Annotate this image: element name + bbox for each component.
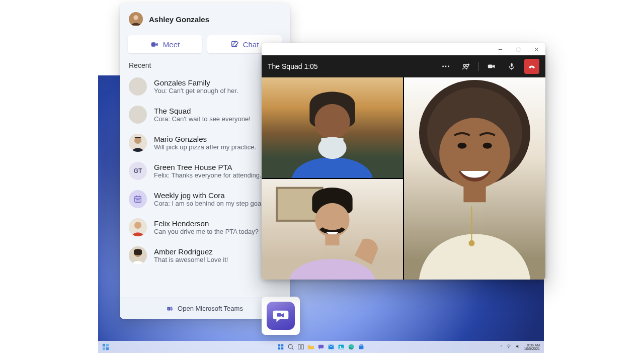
tray-wifi-icon[interactable] (506, 344, 511, 350)
meet-button-label: Meet (163, 40, 180, 49)
svg-rect-64 (463, 185, 486, 202)
video-tile[interactable] (262, 77, 403, 178)
svg-point-52 (314, 104, 350, 139)
svg-point-45 (448, 66, 449, 67)
current-user-avatar[interactable] (129, 12, 143, 26)
video-icon (150, 40, 159, 49)
svg-point-32 (134, 222, 141, 229)
meet-button[interactable]: Meet (128, 35, 202, 53)
svg-rect-10 (298, 345, 300, 349)
chat-title: Gonzales Family (154, 78, 238, 87)
svg-rect-40 (517, 48, 520, 51)
svg-rect-6 (278, 347, 280, 349)
start-icon[interactable] (277, 343, 284, 350)
svg-rect-12 (318, 345, 324, 348)
search-icon[interactable] (287, 343, 294, 350)
person-avatar-icon (129, 218, 147, 236)
widgets-icon[interactable] (102, 343, 109, 350)
tray-chevron-icon[interactable]: ˄ (500, 345, 502, 349)
svg-rect-0 (103, 344, 105, 346)
chat-title: Weekly jog with Cora (154, 191, 268, 200)
svg-rect-3 (106, 347, 109, 350)
chat-button-label: Chat (243, 40, 259, 49)
calendar-avatar-icon (129, 190, 147, 208)
video-grid (262, 77, 545, 280)
svg-point-8 (288, 344, 292, 348)
chat-launcher-icon (267, 302, 295, 330)
svg-point-15 (340, 346, 341, 347)
chat-title: The Squad (154, 107, 251, 115)
person-avatar-icon (129, 134, 147, 152)
video-tile[interactable] (262, 179, 403, 280)
tray-volume-icon[interactable] (515, 344, 520, 350)
svg-point-37 (171, 306, 172, 308)
teams-icon: T (167, 305, 174, 312)
mail-icon[interactable] (328, 343, 335, 350)
svg-point-44 (445, 66, 447, 67)
chat-title: Amber Rodriguez (154, 247, 228, 256)
svg-line-9 (292, 348, 293, 349)
svg-point-43 (442, 66, 444, 67)
svg-rect-51 (511, 63, 513, 67)
task-view-icon[interactable] (297, 343, 304, 350)
chat-preview: Cora: Can't wait to see everyone! (154, 115, 251, 123)
chat-title: Green Tree House PTA (154, 163, 262, 171)
chat-preview: Can you drive me to the PTA today? (154, 228, 259, 235)
video-tile[interactable] (404, 77, 545, 280)
svg-rect-38 (277, 313, 281, 317)
svg-rect-55 (321, 138, 343, 149)
chat-title: Felix Henderson (154, 219, 259, 228)
svg-rect-7 (281, 347, 283, 349)
initials-avatar-icon: GT (129, 162, 147, 180)
chat-preview: That is awesome! Love it! (154, 256, 228, 263)
call-window: The Squad 1:05 (262, 43, 545, 280)
maximize-button[interactable] (509, 43, 527, 55)
edge-icon[interactable] (348, 343, 355, 350)
call-title: The Squad 1:05 (268, 62, 433, 70)
call-toolbar: The Squad 1:05 (262, 55, 545, 77)
panel-header: Ashley Gonzales (120, 3, 290, 31)
more-button[interactable] (438, 59, 453, 74)
svg-rect-5 (281, 344, 283, 346)
taskbar[interactable]: ˄ 8:36 AM 10/5/2021 (98, 341, 544, 353)
minimize-button[interactable] (491, 43, 509, 55)
chat-launcher[interactable] (262, 297, 300, 335)
hangup-button[interactable] (524, 59, 539, 74)
group-avatar-icon (129, 77, 147, 96)
svg-rect-4 (278, 344, 280, 346)
mic-button[interactable] (504, 59, 519, 74)
store-icon[interactable] (358, 343, 365, 350)
chat-preview: You: Can't get enough of her. (154, 87, 238, 95)
svg-rect-17 (359, 345, 364, 349)
svg-point-62 (457, 143, 466, 149)
current-user-name: Ashley Gonzales (149, 15, 209, 24)
compose-icon (230, 40, 239, 49)
svg-point-18 (508, 347, 509, 348)
svg-rect-1 (106, 344, 109, 346)
people-button[interactable] (458, 59, 473, 74)
camera-button[interactable] (484, 59, 499, 74)
svg-point-65 (468, 240, 474, 246)
svg-text:T: T (168, 307, 170, 310)
chat-preview: Will pick up pizza after my practice. (154, 143, 256, 151)
svg-rect-21 (151, 42, 156, 47)
window-titlebar (262, 43, 545, 55)
explorer-icon[interactable] (307, 343, 314, 350)
chat-preview: Cora: I am so behind on my step goals. (154, 200, 268, 207)
svg-point-46 (463, 64, 466, 67)
tray-clock[interactable]: 8:36 AM 10/5/2021 (524, 343, 540, 350)
svg-point-63 (483, 143, 492, 149)
open-teams-label: Open Microsoft Teams (178, 305, 243, 312)
group-avatar-icon (129, 106, 147, 124)
close-button[interactable] (527, 43, 545, 55)
svg-rect-58 (325, 234, 339, 245)
svg-point-20 (133, 15, 138, 20)
chat-title: Mario Gonzales (154, 135, 256, 143)
person-avatar-icon (129, 246, 147, 264)
svg-rect-11 (301, 345, 303, 349)
svg-rect-50 (488, 64, 493, 68)
photos-icon[interactable] (338, 343, 345, 350)
svg-rect-2 (103, 347, 105, 350)
chat-preview: Felix: Thanks everyone for attending. (154, 171, 262, 179)
chat-icon[interactable] (317, 343, 325, 350)
